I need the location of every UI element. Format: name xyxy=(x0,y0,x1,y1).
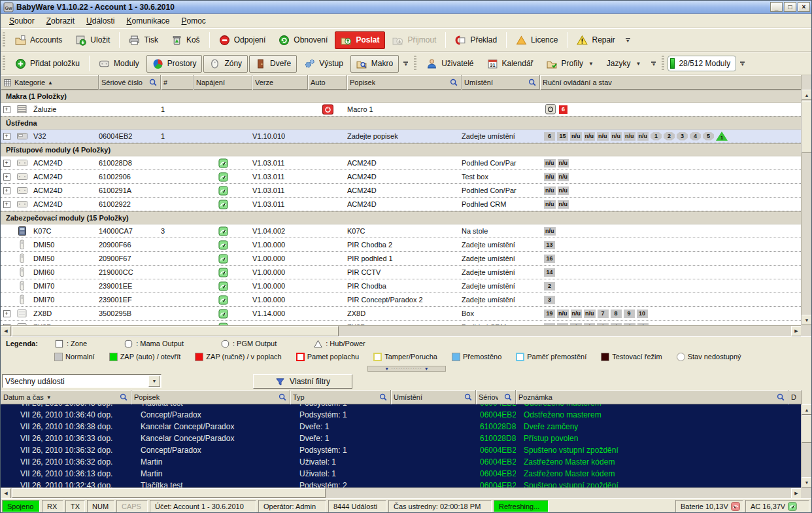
expand-toggle[interactable]: + xyxy=(3,173,10,181)
status-badge[interactable]: n/u xyxy=(624,132,635,141)
expand-toggle[interactable]: + xyxy=(3,133,10,140)
status-badge[interactable]: 2 xyxy=(544,282,555,291)
event-row[interactable]: VII 26, 2010 10:36:38 dop.Kancelar Conce… xyxy=(1,421,802,433)
module-table-hscrollbar[interactable]: ◀ ▶ xyxy=(1,325,802,336)
menu-udalosti[interactable]: Události xyxy=(80,14,120,27)
maximize-button[interactable]: □ xyxy=(784,2,796,12)
status-badge[interactable]: 7 xyxy=(598,310,609,318)
toolbar-overflow-button[interactable]: ▼ xyxy=(624,31,632,48)
status-badge[interactable]: 2 xyxy=(664,132,675,141)
scroll-thumb[interactable] xyxy=(802,416,812,443)
expand-toggle[interactable]: + xyxy=(3,187,10,194)
scroll-right-button[interactable]: ▶ xyxy=(791,326,802,336)
close-button[interactable]: × xyxy=(798,2,810,12)
scroll-up-button[interactable]: ▲ xyxy=(802,404,812,415)
status-badge[interactable]: n/u xyxy=(544,186,556,195)
status-badge[interactable]: 6 xyxy=(544,132,555,141)
column-header-verze[interactable]: Verze xyxy=(252,75,308,90)
expand-cell[interactable]: + xyxy=(1,160,12,167)
toolbar-overflow-button[interactable]: ▼ xyxy=(401,55,410,72)
splitter-grip[interactable]: ▼ ············· ▼ xyxy=(367,366,446,372)
jazyky-button[interactable]: Jazyky▼ xyxy=(601,56,647,71)
status-badge[interactable]: 6 xyxy=(559,105,567,114)
prostory-button[interactable]: Prostory xyxy=(146,55,203,73)
dvere-button[interactable]: Dveře xyxy=(249,55,297,73)
module-row-acm24d[interactable]: +ACM24D61002922V1.03.011ACM24DPodhled CR… xyxy=(1,198,802,211)
odpojeni-button[interactable]: Odpojení xyxy=(213,31,272,49)
event-row[interactable]: VII 26, 2010 10:32:43 dop.Tlačítka testP… xyxy=(1,480,802,487)
scroll-left-button[interactable]: ◀ xyxy=(1,326,11,336)
column-header-poznamka[interactable]: Poznámka xyxy=(516,390,788,404)
obnoveni-button[interactable]: Obnovení xyxy=(273,31,333,49)
module-row-zaluzie[interactable]: +Žaluzie1Macro 16 xyxy=(1,103,802,116)
column-header-umisteni[interactable]: Umístění xyxy=(391,390,476,404)
status-badge[interactable]: n/u xyxy=(557,310,569,318)
scroll-thumb[interactable] xyxy=(12,326,339,336)
event-row[interactable]: VII 26, 2010 10:36:13 dop.MartinUživatel… xyxy=(1,468,802,480)
scroll-thumb[interactable] xyxy=(802,101,812,153)
expand-toggle[interactable]: + xyxy=(3,201,10,208)
menu-pomoc[interactable]: Pomoc xyxy=(176,14,212,27)
status-badge[interactable]: n/u xyxy=(637,132,649,141)
module-group-row[interactable]: Zabezpečovací moduly (15 Položky) xyxy=(1,211,802,224)
custom-filters-button[interactable]: Vlastní filtry xyxy=(253,374,352,389)
module-row-v32[interactable]: +V3206004EB21V1.10.010Zadejte popisekZad… xyxy=(1,130,802,143)
splitter-bar[interactable]: ▼ ············· ▼ xyxy=(1,364,812,373)
column-header-popisek[interactable]: Popisek xyxy=(347,75,462,90)
prijmout-button[interactable]: Přijmout xyxy=(386,31,442,49)
expand-cell[interactable]: + xyxy=(1,133,12,140)
expand-cell[interactable]: + xyxy=(1,201,12,208)
status-badge[interactable]: n/u xyxy=(544,159,556,168)
minimize-button[interactable]: _ xyxy=(770,2,783,12)
scroll-down-button[interactable]: ▼ xyxy=(802,477,812,487)
expand-toggle[interactable]: + xyxy=(3,310,10,317)
status-badge[interactable]: n/u xyxy=(558,173,569,181)
column-header-datum-a-cas[interactable]: Datum a čas▼ xyxy=(1,390,131,404)
scroll-down-button[interactable]: ▼ xyxy=(802,315,812,325)
expand-cell[interactable]: + xyxy=(1,187,12,194)
event-filter-dropdown[interactable]: Všechny události ▼ xyxy=(2,374,161,388)
expand-cell[interactable]: + xyxy=(1,310,12,317)
module-row-acm24d[interactable]: +ACM24D6100291AV1.03.011ACM24DPodhled Co… xyxy=(1,184,802,198)
column-header-dop[interactable]: Dop xyxy=(788,390,802,404)
column-header-kategorie[interactable]: Kategorie▲ xyxy=(1,75,99,90)
kalendar-button[interactable]: 31Kalendář xyxy=(481,55,539,73)
status-badge[interactable]: n/u xyxy=(558,200,569,209)
ulozit-button[interactable]: Uložit xyxy=(69,31,116,49)
status-badge[interactable]: n/u xyxy=(584,310,596,318)
module-row-acm24d[interactable]: +ACM24D610028D8V1.03.011ACM24DPodhled Co… xyxy=(1,156,802,170)
event-row[interactable]: VII 26, 2010 10:36:32 dop.Concept/Parado… xyxy=(1,444,802,456)
status-badge[interactable]: 19 xyxy=(544,310,555,318)
moduly-button[interactable]: Moduly xyxy=(93,55,145,73)
status-badge[interactable]: 10 xyxy=(637,310,648,318)
column-header-popisek[interactable]: Popisek xyxy=(131,390,290,404)
status-badge[interactable]: 5 xyxy=(703,132,714,141)
scroll-right-button[interactable]: ▶ xyxy=(791,488,802,499)
column-header-rucni-ovladani-a-stav[interactable]: Ruční ovládání a stav xyxy=(540,75,802,90)
module-group-row[interactable]: Ústředna xyxy=(1,116,802,130)
status-badge[interactable]: n/u xyxy=(597,132,609,141)
status-badge[interactable]: 9 xyxy=(624,310,635,318)
module-row-dmi60[interactable]: DMI60219000CCV1.00.000PIR CCTVZadejte um… xyxy=(1,266,802,279)
menu-zobrazit[interactable]: Zobrazit xyxy=(41,14,80,27)
zony-button[interactable]: Zóny xyxy=(203,55,248,73)
module-group-row[interactable]: Přístupové moduly (4 Položky) xyxy=(1,143,802,156)
column-header-seriove-c[interactable]: Sériové č xyxy=(476,390,516,404)
column-header-napajeni[interactable]: Napájení xyxy=(194,75,252,90)
expand-cell[interactable]: + xyxy=(1,173,12,181)
expand-toggle[interactable]: + xyxy=(3,160,10,167)
status-badge[interactable]: n/u xyxy=(611,132,622,141)
column-header-[interactable]: # xyxy=(161,75,194,90)
event-row[interactable]: VII 26, 2010 10:36:43 dop.Tlačítka testP… xyxy=(1,404,802,409)
module-row-zx8d[interactable]: +ZX8D3500295BV1.14.000ZX8DBox19n/un/un/u… xyxy=(1,307,802,321)
module-group-row[interactable]: Makra (1 Položky) xyxy=(1,90,802,103)
toolbar-drag-handle[interactable] xyxy=(3,32,5,48)
menu-komunikace[interactable]: Komunikace xyxy=(120,14,175,27)
status-badge[interactable]: 1 xyxy=(651,132,662,141)
module-row-acm24d[interactable]: +ACM24D61002906V1.03.011ACM24DTest boxn/… xyxy=(1,170,802,184)
toolbar-overflow-button[interactable]: ▼ xyxy=(738,55,747,72)
expand-toggle[interactable]: + xyxy=(3,106,10,113)
column-header-auto[interactable]: Auto xyxy=(308,75,347,90)
status-badge[interactable]: n/u xyxy=(544,173,556,181)
status-badge[interactable]: 4 xyxy=(690,132,701,141)
